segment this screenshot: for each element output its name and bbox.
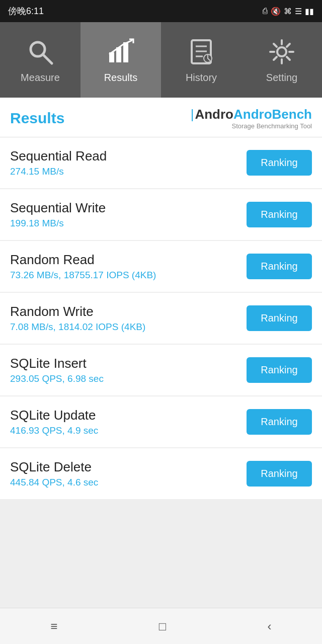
status-bar: 傍晚6:11 ⎙ 🔇 ⌘ ☰ ▮▮	[0, 0, 322, 22]
result-name-0: Sequential Read	[10, 148, 247, 164]
tab-measure[interactable]: Measure	[0, 22, 80, 98]
home-button[interactable]: □	[144, 614, 182, 638]
ranking-btn-5[interactable]: Ranking	[247, 409, 312, 435]
bottom-nav: ≡ □ ‹	[0, 608, 322, 644]
result-name-3: Random Write	[10, 304, 247, 319]
tab-setting[interactable]: Setting	[242, 22, 322, 98]
result-sqlite-delete: SQLite Delete 445.84 QPS, 4.6 sec Rankin…	[0, 448, 322, 499]
signal-icon: ☰	[295, 7, 302, 16]
svg-line-17	[274, 44, 277, 47]
tab-results[interactable]: Results	[80, 22, 161, 98]
measure-label: Measure	[21, 72, 60, 84]
result-sequential-write: Sequential Write 199.18 MB/s Ranking	[0, 189, 322, 240]
result-sqlite-update: SQLite Update 416.93 QPS, 4.9 sec Rankin…	[0, 396, 322, 447]
result-name-1: Sequential Write	[10, 200, 247, 216]
result-name-5: SQLite Update	[10, 408, 247, 423]
result-value-5: 416.93 QPS, 4.9 sec	[10, 425, 247, 436]
result-value-0: 274.15 MB/s	[10, 166, 247, 177]
result-name-2: Random Read	[10, 252, 247, 268]
result-value-3: 7.08 MB/s, 1814.02 IOPS (4KB)	[10, 321, 247, 333]
menu-button[interactable]: ≡	[36, 614, 73, 638]
result-name-6: SQLite Delete	[10, 459, 247, 475]
results-label: Results	[104, 72, 138, 84]
result-sqlite-insert: SQLite Insert 293.05 QPS, 6.98 sec Ranki…	[0, 345, 322, 395]
svg-line-1	[43, 54, 52, 63]
history-icon	[186, 37, 216, 67]
results-list: Sequential Read 274.15 MB/s Ranking Sequ…	[0, 137, 322, 608]
time-display: 傍晚6:11	[8, 5, 44, 17]
result-name-4: SQLite Insert	[10, 356, 247, 371]
page-title: Results	[10, 110, 64, 127]
result-random-read: Random Read 73.26 MB/s, 18755.17 IOPS (4…	[0, 241, 322, 292]
wifi-icon: ⌘	[284, 7, 292, 16]
ranking-btn-0[interactable]: Ranking	[247, 150, 312, 176]
result-value-4: 293.05 QPS, 6.98 sec	[10, 373, 247, 384]
tab-history[interactable]: History	[161, 22, 242, 98]
ranking-btn-6[interactable]: Ranking	[247, 461, 312, 487]
svg-line-19	[287, 44, 290, 47]
svg-line-20	[274, 57, 277, 60]
ranking-btn-3[interactable]: Ranking	[247, 305, 312, 331]
ranking-btn-1[interactable]: Ranking	[247, 202, 312, 227]
brand-subtitle: Storage Benchmarking Tool	[232, 122, 312, 130]
setting-label: Setting	[266, 72, 297, 84]
history-label: History	[186, 72, 217, 84]
ranking-btn-2[interactable]: Ranking	[247, 254, 312, 279]
result-value-1: 199.18 MB/s	[10, 218, 247, 229]
svg-rect-4	[123, 42, 128, 62]
result-value-2: 73.26 MB/s, 18755.17 IOPS (4KB)	[10, 270, 247, 281]
back-button[interactable]: ‹	[252, 614, 286, 638]
page-header: Results | AndroAndroBench Storage Benchm…	[0, 98, 322, 137]
results-icon	[106, 37, 136, 67]
brand-name: AndroAndroBench	[195, 107, 312, 122]
mute-icon: 🔇	[271, 7, 281, 16]
svg-point-12	[277, 47, 286, 56]
battery-icon: ▮▮	[305, 7, 314, 16]
tab-bar: Measure Results Histor	[0, 22, 322, 98]
result-sequential-read: Sequential Read 274.15 MB/s Ranking	[0, 137, 322, 188]
svg-line-18	[287, 57, 290, 60]
bluetooth-icon: ⎙	[263, 7, 268, 16]
setting-icon	[267, 37, 297, 67]
measure-icon	[25, 37, 55, 67]
brand-logo: | AndroAndroBench Storage Benchmarking T…	[191, 107, 312, 130]
result-value-6: 445.84 QPS, 4.6 sec	[10, 477, 247, 488]
status-icons: ⎙ 🔇 ⌘ ☰ ▮▮	[263, 7, 314, 16]
ranking-btn-4[interactable]: Ranking	[247, 357, 312, 383]
result-random-write: Random Write 7.08 MB/s, 1814.02 IOPS (4K…	[0, 293, 322, 344]
